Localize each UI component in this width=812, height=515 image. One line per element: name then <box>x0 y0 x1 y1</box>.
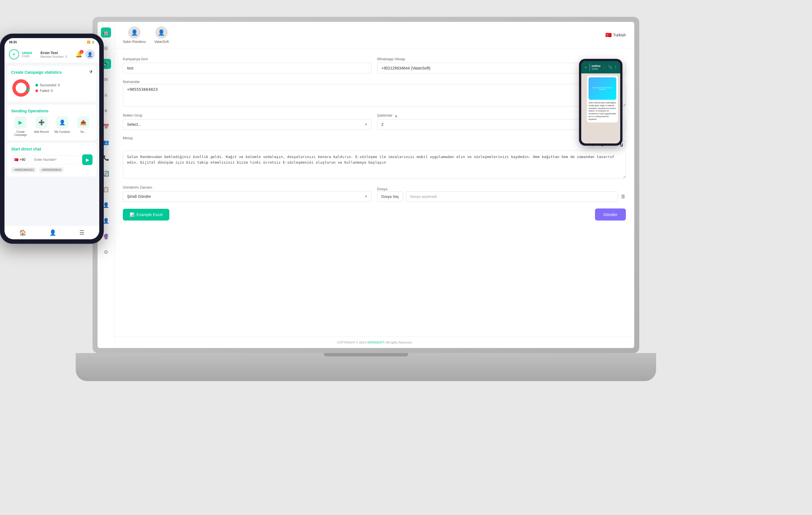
stats-section: Create Campaign statistics ⧩ Successful:… <box>7 66 96 102</box>
recent-number-2[interactable]: +905555058010 <box>39 167 64 173</box>
vatansoft-name: VatanSoft <box>154 40 169 44</box>
mesaj-section: Mesaj T B I U Salon Randevudan beklediği… <box>123 135 626 180</box>
laptop: 🤖 ⊞ 🔊 ✉ ≡ ✈ 📅 👥 📞 🔄 📋 👤 👤 🔮 ⚙ <box>92 17 639 381</box>
sablonlar-label: Şablonlar <box>377 113 393 117</box>
credit-info: + 180565 Credit <box>9 49 32 59</box>
kampanya-input[interactable] <box>123 63 372 73</box>
excel-label: Example Excel <box>137 212 163 217</box>
credit-text: 180565 Credit <box>22 51 32 58</box>
preview-messages: Diamond Paketini Ücretsiz Deneyin! Salon… <box>581 73 620 144</box>
filter-icon[interactable]: ⧩ <box>89 70 92 75</box>
gonderim-select[interactable]: Şimdi Gönder <box>123 191 372 202</box>
mesaj-textarea[interactable]: Salon Randevudan beklediğiniz özellik ge… <box>123 150 626 179</box>
op-my-contacts[interactable]: 👤 My Contacts <box>53 116 72 137</box>
preview-more-icon[interactable]: ⋮ <box>614 65 617 69</box>
salon-avatar: 👤 <box>128 26 141 39</box>
country-flag: 🇹🇷 <box>14 158 19 162</box>
country-selector[interactable]: 🇹🇷 +90 <box>11 155 28 164</box>
preview-back-icon[interactable]: ← <box>584 65 588 69</box>
preview-msg-text: Salon Randevudan beklediğiniz özellik ge… <box>588 101 616 121</box>
preview-img-content: Diamond Paketini Ücretsiz Deneyin! <box>588 77 616 100</box>
successful-label: Successful: 0 <box>40 83 60 87</box>
iletilen-label: İletilen Grup <box>123 113 372 117</box>
nav-profile[interactable]: 👤 <box>49 229 56 236</box>
bottom-form-row: Gönderim Zamanı Şimdi Gönder Dosya Dosya… <box>123 185 626 202</box>
preview-message: Diamond Paketini Ücretsiz Deneyin! Salon… <box>587 75 618 122</box>
status-time: 16:21 <box>9 40 17 44</box>
dosya-label: Dosya <box>377 187 387 191</box>
preview-status-label: online <box>591 64 601 67</box>
recent-number-1[interactable]: +905553664023 <box>11 167 36 173</box>
phone-number-input[interactable] <box>31 155 80 164</box>
preview-attach-icon[interactable]: 📎 <box>608 65 612 69</box>
sending-ops-title: Sending Operations <box>11 109 49 113</box>
preview-header: ← online online 📞 📎 ⋮ <box>581 61 620 73</box>
phone-frame: 16:21 📶🔋 + 180565 Credit Ersin Test Memb… <box>0 34 104 244</box>
failed-label: Failed: 0 <box>40 89 53 93</box>
gonderim-group: Gönderim Zamanı Şimdi Gönder <box>123 185 372 202</box>
country-code: +90 <box>20 158 25 162</box>
stats-header: Create Campaign statistics ⧩ <box>11 70 92 75</box>
footer: COPYRIGHT © 2023 VATANSOFT, All rights R… <box>114 336 634 348</box>
nav-menu[interactable]: ☰ <box>79 229 84 236</box>
nav-account-vatansoft[interactable]: 👤 VatanSoft <box>154 26 169 44</box>
add-record-icon: ➕ <box>35 116 48 129</box>
nav-home[interactable]: 🏠 <box>19 229 26 236</box>
kampanya-label: Kampanya İsmi <box>123 57 372 61</box>
status-bar: 16:21 📶🔋 <box>4 38 99 46</box>
numaralar-label: Numaralar <box>123 80 140 84</box>
recent-numbers: +905553664023 +905555058010 <box>11 167 92 173</box>
dosya-delete-icon[interactable]: 🗑 <box>621 193 626 200</box>
example-excel-btn[interactable]: 📊 Example Excel <box>123 209 169 220</box>
nav-account-salon[interactable]: 👤 Salon Randevu <box>123 26 146 44</box>
preview-call-icon[interactable]: 📞 <box>602 65 607 69</box>
svg-point-2 <box>17 84 25 92</box>
main-content: 👤 Salon Randevu 👤 VatanSoft 🇹🇷 Turkish <box>114 22 634 348</box>
action-row: 📊 Example Excel Gönder <box>123 209 626 220</box>
credit-add-btn[interactable]: + <box>9 49 19 59</box>
numaralar-textarea[interactable]: +905553664023 <box>123 84 626 107</box>
op-contacts-label: My Contacts <box>54 130 70 133</box>
iletilen-select-wrapper: Select... <box>123 119 372 130</box>
dosya-value: Dosya seçilmedi <box>406 191 618 202</box>
successful-dot <box>35 84 38 87</box>
vatansoft-avatar: 👤 <box>155 26 168 39</box>
create-campaign-icon: ▶ <box>14 116 27 129</box>
user-avatar[interactable]: 👤 <box>85 50 95 59</box>
iletilen-select[interactable]: Select... <box>123 119 372 130</box>
dosya-select-btn[interactable]: Dosya Seç <box>377 191 403 202</box>
mesaj-label: Mesaj <box>123 136 133 140</box>
op-create-campaign[interactable]: ▶ CreateCampaign <box>11 116 30 137</box>
stats-title: Create Campaign statistics <box>11 70 62 74</box>
laptop-base <box>76 353 656 381</box>
phone-screen: 16:21 📶🔋 + 180565 Credit Ersin Test Memb… <box>4 38 99 239</box>
op-add-label: Add Record <box>34 130 49 133</box>
header-icons: 🔔 1 👤 <box>76 50 95 59</box>
sidebar-settings-icon[interactable]: ⚙ <box>101 247 111 257</box>
stats-legend: Successful: 0 Failed: 0 <box>35 83 60 93</box>
credit-label: Credit <box>22 55 32 58</box>
form-row-1: Kampanya İsmi Whatsapp Hesap +9021296346… <box>123 57 626 73</box>
sending-ops-section: Sending Operations ▶ CreateCampaign ➕ Ad… <box>7 104 96 141</box>
salon-name: Salon Randevu <box>123 40 146 44</box>
direct-chat-section: Start direct chat 🇹🇷 +90 ▶ +905553664023… <box>7 143 96 177</box>
op-add-record[interactable]: ➕ Add Record <box>32 116 51 137</box>
op-send-message[interactable]: 📤 Se... <box>74 116 93 137</box>
dosya-section: Dosya Dosya Seç Dosya seçilmedi 🗑 <box>377 186 626 202</box>
gonderim-label: Gönderim Zamanı <box>123 185 372 189</box>
language-selector[interactable]: 🇹🇷 Turkish <box>605 32 626 38</box>
send-direct-btn[interactable]: ▶ <box>82 154 92 165</box>
preview-status-group: online online <box>591 64 601 70</box>
notification-bell[interactable]: 🔔 1 <box>76 51 82 58</box>
mesaj-toolbar: T B I U <box>123 141 626 149</box>
gondar-btn[interactable]: Gönder <box>595 209 626 220</box>
direct-chat-title: Start direct chat <box>11 147 41 151</box>
preview-online-indicator: online <box>591 67 601 70</box>
preview-msg-image: Diamond Paketini Ücretsiz Deneyin! <box>588 77 616 100</box>
failed-dot <box>35 89 38 92</box>
preview-action-icons: 📞 📎 ⋮ <box>602 65 617 69</box>
footer-brand: VATANSOFT <box>367 341 384 344</box>
preview-phone: ← online online 📞 📎 ⋮ Diamond Paketini Ü… <box>579 59 622 146</box>
kampanya-group: Kampanya İsmi <box>123 57 372 73</box>
sablonlar-add-btn[interactable]: + <box>395 114 397 119</box>
